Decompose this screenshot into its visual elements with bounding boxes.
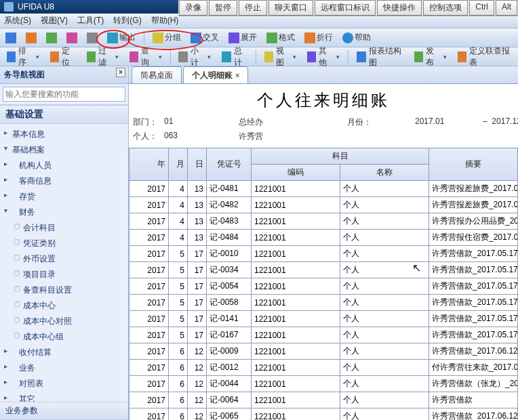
recorder-toolbar: 录像暂停停止聊天窗口远程窗口标识快捷操作控制选项CtrlAlt bbox=[178, 0, 518, 16]
table-row[interactable]: 2017612记-00121221001个人付许秀营往来款_2017.06.12 bbox=[130, 360, 518, 376]
tb1-icon-2[interactable] bbox=[23, 31, 39, 45]
recorder-btn[interactable]: 远程窗口标识 bbox=[315, 0, 376, 16]
filter-button[interactable]: 过滤 bbox=[83, 44, 123, 70]
group-button[interactable]: 分组 bbox=[150, 30, 184, 45]
help-button[interactable]: 帮助 bbox=[340, 30, 374, 45]
table-row[interactable]: 2017413记-04841221001个人许秀营报住宿费_2017.04.13 bbox=[130, 230, 518, 246]
tree-leaf[interactable]: 凭证类别 bbox=[0, 236, 128, 251]
tab-close-icon[interactable]: × bbox=[235, 71, 239, 79]
cell: 记-0010 bbox=[207, 246, 252, 262]
table-row[interactable]: 2017413记-04831221001个人许秀营报办公用品费_2017.04.… bbox=[130, 213, 518, 230]
wrap-button[interactable]: 折行 bbox=[302, 30, 336, 45]
tree-leaf[interactable]: 外币设置 bbox=[0, 251, 128, 267]
node-fin[interactable]: 财务 bbox=[0, 205, 128, 220]
th-code[interactable]: 编码 bbox=[252, 165, 340, 181]
table-row[interactable]: 2017517记-00101221001个人许秀营借款_2017.05.17 bbox=[130, 246, 518, 262]
tab-simple-desktop[interactable]: 简易桌面 bbox=[132, 66, 182, 83]
th-month[interactable]: 月 bbox=[169, 148, 188, 181]
publish-button[interactable]: 发布 bbox=[410, 44, 451, 70]
nav-section[interactable]: 基础设置 bbox=[0, 105, 128, 124]
cell: 个人 bbox=[340, 311, 429, 327]
cell: 1221001 bbox=[252, 311, 340, 327]
subtotal-button[interactable]: 小计 bbox=[174, 44, 215, 70]
node-cust[interactable]: 客商信息 bbox=[0, 173, 128, 189]
node-stock[interactable]: 存货 bbox=[0, 189, 128, 205]
other-button[interactable]: 其他 bbox=[303, 44, 344, 70]
table-row[interactable]: 2017517记-00341221001个人许秀营借款_2017.05.17 bbox=[130, 262, 518, 278]
node-base-file[interactable]: 基础档案 bbox=[0, 142, 128, 158]
tree-leaf[interactable]: 项目目录 bbox=[0, 267, 128, 282]
node-recpay[interactable]: 收付结算 bbox=[0, 345, 128, 360]
report-struct-button[interactable]: 报表结构图 bbox=[353, 44, 407, 70]
query-button[interactable]: 查询 bbox=[125, 44, 166, 70]
node-biz[interactable]: 业务 bbox=[0, 360, 128, 376]
th-subject[interactable]: 科目 bbox=[252, 148, 429, 165]
sort-button[interactable]: 排序 bbox=[3, 44, 43, 70]
table-row[interactable]: 2017612记-00441221001个人许秀营借款（张龙）_2017.06.… bbox=[130, 376, 518, 392]
table-row[interactable]: 2017612记-00641221001个人许秀营借款 bbox=[130, 392, 518, 408]
view-button[interactable]: 视图 bbox=[260, 44, 301, 70]
table-row[interactable]: 2017517记-00581221001个人许秀营借款_2017.05.17 bbox=[130, 295, 518, 311]
search-input[interactable] bbox=[3, 87, 125, 102]
tb1-icon-3[interactable] bbox=[43, 31, 60, 45]
table-row[interactable]: 2017413记-04811221001个人许秀营报差旅费_2017.04.13 bbox=[130, 181, 518, 197]
table-row[interactable]: 2017612记-00091221001个人许秀营借款_2017.06.12 bbox=[130, 343, 518, 360]
menu-item[interactable]: 工具(T) bbox=[77, 15, 104, 26]
month-label: 月份： bbox=[347, 117, 415, 128]
cell: 1221001 bbox=[252, 295, 340, 311]
cross-button[interactable]: 交叉 bbox=[188, 30, 222, 45]
tab-bar: 简易桌面 个人明细账× bbox=[129, 66, 518, 84]
node-other[interactable]: 其它 bbox=[0, 392, 128, 402]
tb1-icon-5[interactable] bbox=[84, 31, 100, 45]
th-name[interactable]: 名称 bbox=[340, 165, 429, 181]
th-voucher[interactable]: 凭证号 bbox=[207, 148, 252, 181]
th-day[interactable]: 日 bbox=[188, 148, 207, 181]
cell: 1221001 bbox=[252, 197, 340, 213]
tb1-icon-4[interactable] bbox=[64, 31, 80, 45]
tb1-icon-1[interactable] bbox=[3, 31, 19, 45]
table-row[interactable]: 2017517记-01671221001个人许秀营借款_2017.05.17 bbox=[130, 327, 518, 343]
format-button[interactable]: 格式 bbox=[264, 30, 298, 45]
cell: 12 bbox=[188, 392, 207, 408]
cell: 记-0012 bbox=[207, 360, 252, 376]
cell: 2017 bbox=[130, 246, 169, 262]
recorder-btn[interactable]: 聊天窗口 bbox=[268, 0, 313, 16]
table-row[interactable]: 2017517记-01411221001个人许秀营借款_2017.05.17 bbox=[130, 311, 518, 327]
menu-item[interactable]: 系统(S) bbox=[4, 15, 31, 26]
recorder-btn[interactable]: Alt bbox=[496, 0, 517, 16]
recorder-btn[interactable]: 暂停 bbox=[209, 0, 237, 16]
recorder-btn[interactable]: 停止 bbox=[239, 0, 267, 16]
table-row[interactable]: 2017612记-00651221001个人许秀营借款_2017.06.12 bbox=[130, 408, 518, 421]
tree-leaf[interactable]: 成本中心对照 bbox=[0, 314, 128, 329]
recorder-btn[interactable]: Ctrl bbox=[469, 0, 494, 16]
node-base-info[interactable]: 基本信息 bbox=[0, 127, 128, 142]
node-org[interactable]: 机构人员 bbox=[0, 158, 128, 173]
cell: 12 bbox=[188, 408, 207, 421]
cell: 2017 bbox=[130, 181, 169, 197]
recorder-btn[interactable]: 控制选项 bbox=[423, 0, 468, 16]
tree-leaf[interactable]: 备查科目设置 bbox=[0, 282, 128, 298]
output-button[interactable]: 输出 bbox=[104, 30, 138, 45]
tree-leaf[interactable]: 成本中心组 bbox=[0, 329, 128, 345]
locate-button[interactable]: 定位 bbox=[46, 44, 80, 70]
recorder-btn[interactable]: 快捷操作 bbox=[377, 0, 422, 16]
th-summary[interactable]: 摘要 bbox=[429, 148, 518, 181]
define-cascade-button[interactable]: 定义联查报表 bbox=[454, 44, 516, 70]
nav-close-icon[interactable]: × bbox=[116, 68, 125, 77]
expand-button[interactable]: 展开 bbox=[226, 30, 260, 45]
tree-leaf[interactable]: 会计科目 bbox=[0, 220, 128, 236]
recorder-btn[interactable]: 录像 bbox=[179, 0, 207, 16]
menu-item[interactable]: 视图(V) bbox=[41, 15, 68, 26]
total-button[interactable]: 总计 bbox=[218, 44, 252, 70]
node-contrast[interactable]: 对照表 bbox=[0, 376, 128, 392]
th-year[interactable]: 年 bbox=[130, 148, 169, 181]
menu-item[interactable]: 帮助(H) bbox=[151, 15, 179, 26]
cell: 2017 bbox=[130, 213, 169, 230]
tab-personal-detail[interactable]: 个人明细账× bbox=[183, 66, 248, 83]
tree-leaf[interactable]: 成本中心 bbox=[0, 298, 128, 314]
table-row[interactable]: 2017413记-04821221001个人许秀营报差旅费_2017.04.13 bbox=[130, 197, 518, 213]
menu-item[interactable]: 转到(G) bbox=[113, 15, 141, 26]
cell: 个人 bbox=[340, 230, 429, 246]
nav-footer[interactable]: 业务参数 bbox=[0, 402, 128, 420]
table-row[interactable]: 2017517记-00541221001个人许秀营借款_2017.05.17 bbox=[130, 278, 518, 295]
